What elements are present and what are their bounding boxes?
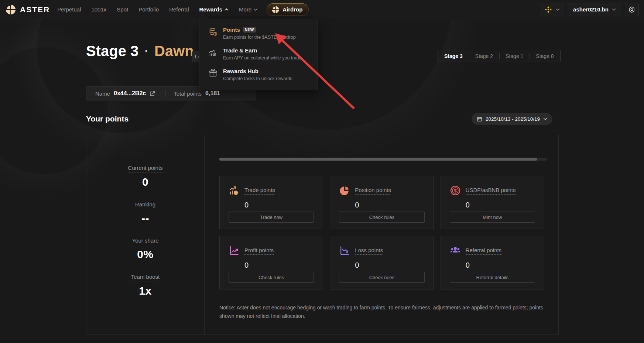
- stage-tabs: Stage 3 Stage 2 Stage 1 Stage 0: [438, 50, 561, 62]
- card-action-button[interactable]: Check rules: [229, 272, 314, 283]
- points-card: $ Trade points 0 Trade now: [219, 176, 323, 229]
- chain-selector[interactable]: [540, 3, 564, 16]
- menu-item-subtitle: Earn APY on collateral while you trade: [223, 55, 301, 61]
- stage-tab[interactable]: Stage 1: [499, 50, 530, 62]
- card-header: USDF/asBNB points: [450, 185, 535, 196]
- nav-item-label: More: [239, 6, 251, 13]
- date-range-selector[interactable]: 2025/10/13 - 2025/10/19: [472, 113, 552, 125]
- card-action-button[interactable]: Check rules: [339, 212, 424, 223]
- brand[interactable]: ASTER: [5, 4, 50, 15]
- name-label: Name: [95, 90, 110, 97]
- referral-people-icon: [450, 245, 461, 256]
- card-label[interactable]: Loss points: [355, 247, 383, 255]
- nav-item-label: Referral: [169, 6, 189, 13]
- nav-item[interactable]: Rewards: [199, 6, 229, 13]
- nav-item-label: Rewards: [199, 6, 223, 13]
- stat-label[interactable]: Current points: [128, 165, 162, 172]
- card-label[interactable]: Position points: [355, 187, 391, 195]
- stat-label[interactable]: Your share: [132, 237, 159, 245]
- trade-earn-icon: [208, 48, 218, 57]
- wallet-selector[interactable]: asher0210.bn: [569, 3, 620, 16]
- notice-text: Notice: Aster does not encourage hedging…: [219, 303, 555, 320]
- stat-value: 0: [142, 176, 148, 188]
- bnb-icon: [544, 6, 552, 14]
- card-value: 0: [466, 201, 535, 209]
- card-label[interactable]: Trade points: [244, 187, 275, 195]
- trade-points-icon: $: [229, 185, 240, 196]
- card-label[interactable]: Profit points: [244, 247, 274, 255]
- card-action-button[interactable]: Mint now: [450, 212, 535, 223]
- menu-item-body: Rewards Hub Complete tasks to unlock rew…: [223, 68, 292, 81]
- points-card: Loss points 0 Check rules: [330, 236, 434, 289]
- points-panel: Current points 0 Ranking -- Your share 0…: [86, 135, 559, 335]
- stat-item: Ranking --: [135, 201, 155, 224]
- divider: [165, 90, 165, 97]
- menu-item-title: Rewards Hub: [223, 68, 292, 74]
- stage-tab-label: Stage 3: [444, 53, 463, 59]
- title-separator: ·: [145, 45, 148, 57]
- nav-item[interactable]: 1001x: [91, 6, 106, 13]
- nav-item[interactable]: More: [239, 6, 258, 13]
- card-action-button[interactable]: Referral details: [450, 272, 535, 283]
- aster-logo-icon: [5, 4, 16, 15]
- menu-item-subtitle: Earn points for the $ASTER airdrop: [223, 35, 296, 40]
- nav-item-label: 1001x: [91, 6, 106, 13]
- edit-icon[interactable]: [149, 90, 155, 97]
- stat-label[interactable]: Ranking: [135, 201, 155, 209]
- card-value: 0: [466, 261, 535, 270]
- page-title: Stage 3 · Dawn: [86, 43, 194, 59]
- card-label[interactable]: Referral points: [466, 247, 502, 255]
- card-label[interactable]: USDF/asBNB points: [466, 187, 516, 195]
- chevron-up-icon: [225, 8, 229, 11]
- stat-value: 1x: [139, 285, 151, 297]
- stat-item: Your share 0%: [132, 237, 159, 261]
- rewards-menu-item[interactable]: Points NEW Earn points for the $ASTER ai…: [199, 23, 318, 44]
- stage-tab[interactable]: Stage 2: [469, 50, 499, 62]
- chevron-down-icon: [543, 117, 547, 120]
- nav-item-label: Spot: [117, 6, 128, 13]
- card-header: $ Trade points: [229, 185, 314, 196]
- stat-label[interactable]: Team boost: [131, 274, 160, 281]
- card-value: 0: [355, 261, 424, 270]
- chevron-down-icon: [612, 8, 616, 11]
- loss-chart-icon: [339, 245, 350, 256]
- card-value: 0: [244, 261, 314, 270]
- airdrop-button[interactable]: Airdrop: [267, 3, 309, 16]
- nav-item[interactable]: Spot: [117, 6, 128, 13]
- rewards-menu-item[interactable]: Trade & Earn Earn APY on collateral whil…: [199, 44, 318, 64]
- card-header: Position points: [339, 185, 424, 196]
- position-pie-icon: [339, 185, 350, 196]
- nav-item[interactable]: Portfolio: [138, 6, 159, 13]
- card-action-button[interactable]: Check rules: [339, 272, 424, 283]
- card-action-button[interactable]: Trade now: [229, 212, 314, 223]
- total-points-label: Total points: [174, 90, 202, 97]
- stage-tab[interactable]: Stage 0: [530, 50, 560, 62]
- points-progress-bar: [219, 158, 547, 161]
- menu-item-title: Points NEW: [223, 27, 296, 33]
- topbar: ASTER Perpetual 1001x Spot Portfolio: [0, 0, 644, 19]
- menu-item-subtitle: Complete tasks to unlock rewards: [223, 76, 292, 81]
- stage-tab[interactable]: Stage 3: [438, 50, 469, 62]
- main-nav: Perpetual 1001x Spot Portfolio Referral: [57, 6, 258, 13]
- topbar-right: asher0210.bn: [540, 3, 639, 16]
- rewards-menu-item[interactable]: Rewards Hub Complete tasks to unlock rew…: [199, 64, 318, 85]
- airdrop-label: Airdrop: [282, 6, 302, 13]
- stage-tab-label: Stage 0: [536, 53, 554, 59]
- stage-name: Dawn: [154, 43, 194, 59]
- profit-chart-icon: [229, 245, 240, 256]
- menu-item-title: Trade & Earn: [223, 47, 301, 54]
- settings-button[interactable]: [625, 3, 639, 16]
- stage-tab-label: Stage 1: [506, 53, 523, 59]
- points-card: USDF/asBNB points 0 Mint now: [441, 176, 544, 229]
- wallet-address: 0x44...2B2c: [114, 90, 146, 97]
- usdf-dollar-icon: [450, 185, 461, 196]
- nav-item[interactable]: Referral: [169, 6, 189, 13]
- menu-item-body: Trade & Earn Earn APY on collateral whil…: [223, 47, 301, 61]
- wallet-name: asher0210.bn: [573, 6, 609, 13]
- points-card: Profit points 0 Check rules: [219, 236, 323, 289]
- stage-title: Stage 3: [86, 43, 138, 59]
- nav-item[interactable]: Perpetual: [57, 6, 81, 13]
- card-value: 0: [355, 201, 424, 209]
- points-cards-grid: $ Trade points 0 Trade now Position poin…: [219, 176, 544, 289]
- stat-value: --: [141, 212, 149, 224]
